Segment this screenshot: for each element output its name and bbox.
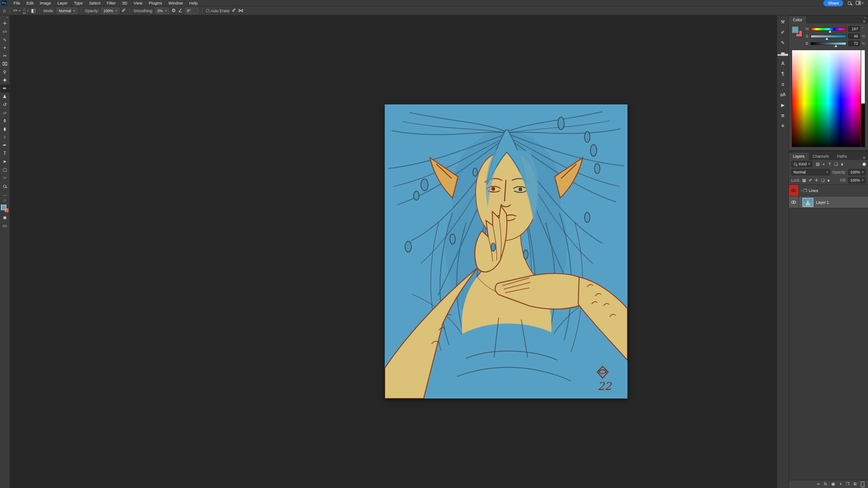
tool-dodge[interactable]: ♀ [0,133,9,141]
panel-tool-presets[interactable]: ⚒ [778,17,788,27]
btn-lock-position[interactable]: ✛ [815,178,818,183]
btn-new-layer[interactable]: ⊞ [853,482,857,486]
brightness-value[interactable]: 72 [848,41,860,46]
tool-history-brush[interactable]: ↺ [0,101,9,109]
panel-character-styles[interactable]: aA [778,89,788,100]
panel-adjustments[interactable]: ✳ [778,121,788,131]
menu-2[interactable]: Image [37,0,54,6]
layer-opacity-select[interactable]: 100% ▾ [848,169,866,175]
btn-lock-transparency[interactable]: ▦ [802,178,806,183]
tool-pen[interactable]: ✒ [0,141,9,150]
default-colors-icon[interactable]: ◲ [4,198,6,203]
delete-layer-button[interactable] [861,483,864,487]
opacity-select[interactable]: 100% ▾ [101,8,119,14]
tool-pencil[interactable]: ✏ [0,84,9,93]
panel-paragraph[interactable]: ¶ [778,69,788,79]
menu-8[interactable]: View [131,0,146,6]
canvas-area[interactable]: 22 [10,15,777,488]
saturation-slider[interactable] [811,35,846,38]
btn-filter-pixel-layers[interactable]: ▤ [816,162,820,166]
panel-glyphs[interactable]: ɑ [778,79,788,89]
visibility-toggle[interactable] [789,185,799,196]
menu-0[interactable]: File [10,0,24,6]
tool-eyedropper[interactable]: ⚲ [0,68,9,76]
foreground-color-swatch[interactable] [1,205,6,210]
tab-color[interactable]: Color [789,16,806,23]
menu-3[interactable]: Layer [54,0,71,6]
panel-brush-settings[interactable]: ✐ [778,27,788,38]
tool-rectangle[interactable]: ▢ [0,166,9,174]
tool-frame[interactable]: ⌧ [0,60,9,68]
menu-7[interactable]: 3D [119,0,131,6]
panel-character[interactable]: A [778,58,788,69]
btn-layer-effects[interactable]: fx [824,482,827,486]
btn-lock-all[interactable]: ∎ [827,178,830,183]
home-icon[interactable]: ⌂ [3,8,6,13]
btn-filter-smart-objects[interactable]: ∎ [841,162,844,166]
panel-histogram[interactable]: ▂▅▃ [778,48,788,58]
btn-filter-adjustment-layers[interactable]: ◐ [823,162,825,166]
color-panel-menu-icon[interactable]: ≡ [860,19,868,23]
pressure-size-icon[interactable]: ✐ [232,8,236,13]
auto-erase-checkbox[interactable]: Auto Erase [206,9,230,13]
smoothing-gear-icon[interactable]: ⚙ [171,8,176,13]
tool-lasso[interactable]: ∿ [0,36,9,44]
layer-name[interactable]: Layer 1 [816,200,829,205]
toggle-brush-settings-icon[interactable]: ◧ [31,8,36,13]
tool-hand[interactable]: ☞ [0,174,9,182]
tool-preset-picker[interactable]: ✏ ▾ [14,8,21,13]
btn-filter-shape-layers[interactable]: ❏ [834,162,838,166]
panels-collapse-icon[interactable]: » [864,16,866,19]
screen-mode-button[interactable]: ▭ [0,222,9,230]
search-icon[interactable] [848,1,851,5]
layer-thumbnail[interactable] [802,198,813,207]
tool-spot-healing[interactable]: ✚ [0,76,9,84]
panel-properties[interactable]: ≣ [778,110,788,121]
color-spectrum-picker[interactable] [792,50,865,147]
workspace-switcher[interactable]: ▾ [856,1,863,5]
tool-blur[interactable]: ⧫ [0,125,9,133]
tool-object-selection[interactable]: ⌖ [0,44,9,52]
smoothing-select[interactable]: 0% ▾ [155,8,169,14]
mode-select[interactable]: Normal ▾ [57,8,77,14]
tab-layers[interactable]: Layers [789,153,809,160]
tool-move[interactable]: ✛ [0,19,9,28]
layer-row-layer-1[interactable]: Layer 1 [789,197,868,208]
tool-crop[interactable]: ✂ [0,52,9,60]
filter-toggle[interactable] [863,163,866,166]
quick-mask-button[interactable]: ◙ [0,214,9,222]
panel-actions[interactable]: ▶ [778,100,788,110]
hue-slider[interactable] [811,28,846,31]
panel-brushes[interactable]: ✎ [778,38,788,48]
menu-5[interactable]: Select [86,0,104,6]
saturation-value[interactable]: 46 [848,33,860,39]
tool-zoom[interactable] [0,182,9,190]
menu-10[interactable]: Window [165,0,186,6]
btn-link-layers[interactable]: ∞ [817,482,820,486]
menu-9[interactable]: Plugins [146,0,165,6]
btn-lock-pixels[interactable]: ✐ [809,178,812,183]
brush-angle-input[interactable]: 0° [185,8,198,14]
btn-filter-type-layers[interactable]: T [828,162,831,166]
btn-add-layer-mask[interactable]: ▣ [831,482,835,486]
tab-paths[interactable]: Paths [833,153,851,160]
layer-row-lines[interactable]: › ❒ Lines [789,185,868,197]
tool-edit-toolbar[interactable]: … [0,190,9,198]
blend-mode-select[interactable]: Normal ▾ [791,169,830,175]
layers-panel-menu-icon[interactable]: ≡ [860,155,868,160]
layer-filter-select[interactable]: Kind ▾ [791,161,812,167]
foreground-color-swatch[interactable] [792,26,799,33]
layer-name[interactable]: Lines [809,188,818,193]
color-panel-swatches[interactable] [792,26,802,37]
share-button[interactable]: Share [823,0,843,6]
tool-type[interactable]: T [0,150,9,158]
brush-preset-picker[interactable]: ◌ 83 ▾ [23,7,28,14]
tool-clone-stamp[interactable]: ♟ [0,93,9,101]
paint-symmetry-icon[interactable]: ⋈ [238,8,243,13]
menu-6[interactable]: Filter [104,0,119,6]
group-disclosure-icon[interactable]: › [799,188,803,193]
menu-4[interactable]: Type [71,0,86,6]
toolbar-collapse-icon[interactable]: » [6,16,9,19]
btn-new-adjustment-layer[interactable]: ◑ [839,482,841,486]
visibility-toggle[interactable] [789,197,799,208]
